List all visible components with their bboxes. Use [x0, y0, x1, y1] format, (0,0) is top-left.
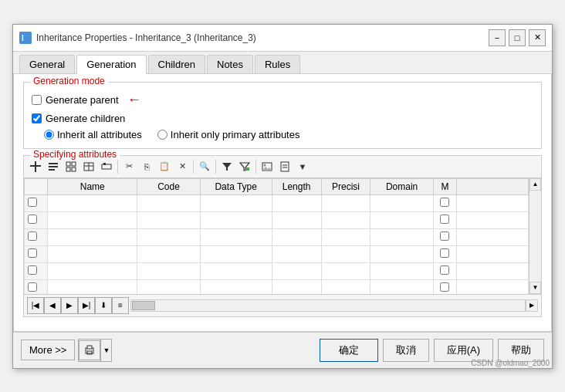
- vertical-scrollbar[interactable]: ▲ ▼: [529, 178, 541, 294]
- inherit-all-option: Inherit all attributes: [44, 129, 142, 140]
- toolbar-sep-3: [215, 160, 216, 174]
- toolbar-image[interactable]: [259, 158, 276, 175]
- row-length[interactable]: [272, 228, 321, 245]
- main-window: I Inheritance Properties - Inheritance_3…: [12, 24, 553, 369]
- row-precisi[interactable]: [321, 228, 370, 245]
- row-checkbox[interactable]: [28, 215, 37, 224]
- toolbar-btn-3[interactable]: [63, 158, 80, 175]
- row-precisi[interactable]: [321, 211, 370, 228]
- row-code[interactable]: [137, 279, 200, 294]
- maximize-button[interactable]: □: [509, 29, 526, 46]
- row-checkbox[interactable]: [28, 248, 37, 258]
- minimize-button[interactable]: −: [489, 29, 506, 46]
- inherit-primary-radio[interactable]: [157, 130, 167, 140]
- nav-next-button[interactable]: ▶: [61, 297, 78, 314]
- close-button[interactable]: ✕: [529, 29, 546, 46]
- toolbar-btn-4[interactable]: [80, 158, 97, 175]
- row-domain[interactable]: [370, 245, 433, 262]
- toolbar-delete[interactable]: ✕: [174, 158, 191, 175]
- more-button[interactable]: More >>: [21, 340, 75, 360]
- toolbar-find[interactable]: 🔍: [196, 158, 213, 175]
- row-checkbox[interactable]: [28, 282, 37, 292]
- row-checkbox[interactable]: [28, 231, 37, 241]
- row-name[interactable]: [48, 279, 137, 294]
- row-name[interactable]: [48, 194, 137, 211]
- row-datatype[interactable]: [200, 262, 272, 279]
- row-length[interactable]: [272, 245, 321, 262]
- nav-expand-button[interactable]: ≡: [112, 297, 129, 314]
- row-datatype[interactable]: [200, 228, 272, 245]
- toolbar-sep-2: [193, 160, 194, 174]
- row-domain[interactable]: [370, 194, 433, 211]
- row-domain[interactable]: [370, 262, 433, 279]
- ok-button[interactable]: 确定: [320, 339, 378, 362]
- generate-parent-checkbox[interactable]: [32, 95, 42, 105]
- table-row: [25, 211, 529, 228]
- tab-rules[interactable]: Rules: [255, 55, 300, 73]
- toolbar-filter[interactable]: [218, 158, 235, 175]
- nav-prev-button[interactable]: ◀: [44, 297, 61, 314]
- row-datatype[interactable]: [200, 194, 272, 211]
- row-name[interactable]: [48, 228, 137, 245]
- row-datatype[interactable]: [200, 245, 272, 262]
- tab-generation[interactable]: Generation: [76, 55, 146, 74]
- row-precisi[interactable]: [321, 262, 370, 279]
- inherit-all-radio[interactable]: [44, 130, 54, 140]
- row-domain[interactable]: [370, 228, 433, 245]
- row-name[interactable]: [48, 245, 137, 262]
- scroll-up-button[interactable]: ▲: [529, 178, 541, 191]
- generate-children-checkbox[interactable]: [32, 113, 42, 123]
- toolbar-report[interactable]: [276, 158, 293, 175]
- nav-bottom-button[interactable]: ⬇: [95, 297, 112, 314]
- row-datatype[interactable]: [200, 279, 272, 294]
- row-m-checkbox[interactable]: [440, 265, 449, 275]
- row-code[interactable]: [137, 245, 200, 262]
- horizontal-scrollbar[interactable]: [130, 299, 526, 312]
- row-domain[interactable]: [370, 211, 433, 228]
- row-code[interactable]: [137, 228, 200, 245]
- attributes-table-container[interactable]: Name Code Data Type Length Precisi Domai…: [24, 178, 529, 294]
- row-length[interactable]: [272, 194, 321, 211]
- row-precisi[interactable]: [321, 245, 370, 262]
- row-m-checkbox[interactable]: [440, 282, 449, 292]
- scroll-right-button[interactable]: ▶: [526, 299, 538, 312]
- print-icon: [84, 345, 95, 356]
- row-code[interactable]: [137, 211, 200, 228]
- row-m-checkbox[interactable]: [440, 215, 449, 224]
- nav-first-button[interactable]: |◀: [27, 297, 44, 314]
- row-code[interactable]: [137, 194, 200, 211]
- row-code[interactable]: [137, 262, 200, 279]
- toolbar-btn-5[interactable]: [98, 158, 115, 175]
- row-checkbox[interactable]: [28, 265, 37, 275]
- print-button[interactable]: [79, 340, 100, 360]
- row-name[interactable]: [48, 262, 137, 279]
- toolbar-filter-active[interactable]: [236, 158, 253, 175]
- row-datatype[interactable]: [200, 211, 272, 228]
- toolbar-dropdown[interactable]: ▼: [294, 158, 311, 175]
- toolbar-btn-2[interactable]: [45, 158, 62, 175]
- row-m-checkbox[interactable]: [440, 198, 449, 207]
- row-precisi[interactable]: [321, 194, 370, 211]
- tab-general[interactable]: General: [19, 55, 75, 73]
- toolbar-btn-1[interactable]: [27, 158, 44, 175]
- row-precisi[interactable]: [321, 279, 370, 294]
- tab-notes[interactable]: Notes: [207, 55, 253, 73]
- toolbar-paste[interactable]: 📋: [156, 158, 173, 175]
- row-length[interactable]: [272, 262, 321, 279]
- tab-children[interactable]: Children: [148, 55, 205, 73]
- row-m-checkbox[interactable]: [440, 231, 449, 241]
- col-header-datatype: Data Type: [200, 178, 272, 194]
- row-name[interactable]: [48, 211, 137, 228]
- row-domain[interactable]: [370, 279, 433, 294]
- nav-last-button[interactable]: ▶|: [78, 297, 95, 314]
- cancel-button[interactable]: 取消: [383, 339, 429, 362]
- row-length[interactable]: [272, 279, 321, 294]
- print-dropdown-button[interactable]: ▼: [100, 340, 111, 361]
- scroll-down-button[interactable]: ▼: [529, 282, 541, 294]
- toolbar-cut[interactable]: ✂: [120, 158, 137, 175]
- row-length[interactable]: [272, 211, 321, 228]
- attributes-table: Name Code Data Type Length Precisi Domai…: [24, 178, 529, 294]
- row-checkbox[interactable]: [28, 198, 37, 207]
- row-m-checkbox[interactable]: [440, 248, 449, 258]
- toolbar-copy[interactable]: ⎘: [138, 158, 155, 175]
